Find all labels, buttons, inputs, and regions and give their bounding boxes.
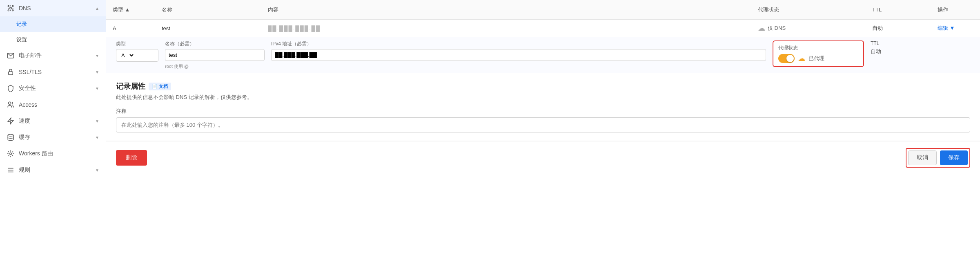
proxy-text: 已代理 [808, 55, 824, 62]
table-row: A test ██.███.███.██ ☁ 仅 DNS 自动 编辑 ▼ [106, 20, 980, 37]
svg-point-7 [9, 102, 11, 104]
toggle-knob [786, 55, 794, 62]
sidebar-rules-label: 规则 [19, 166, 91, 174]
sidebar-settings-label: 设置 [16, 36, 99, 43]
ip-input[interactable] [271, 49, 766, 61]
proxy-toggle[interactable] [778, 54, 795, 63]
sidebar-records-label: 记录 [16, 20, 99, 28]
sidebar-cache-label: 缓存 [19, 134, 91, 141]
sidebar-ssl-label: SSL/TLS [19, 69, 91, 75]
type-select[interactable]: A [116, 49, 135, 61]
svg-point-2 [12, 5, 13, 7]
sidebar-item-email[interactable]: 电子邮件 ▼ [0, 47, 106, 64]
sidebar-item-security[interactable]: 安全性 ▼ [0, 80, 106, 96]
name-input[interactable] [165, 49, 265, 61]
svg-point-1 [8, 5, 9, 7]
dns-chevron: ▲ [95, 6, 99, 11]
speed-chevron: ▼ [95, 119, 99, 123]
sidebar: DNS ▲ 记录 设置 电子邮件 ▼ SSL/TLS ▼ 安全性 ▼ Acces… [0, 0, 106, 258]
sidebar-dns-label: DNS [19, 5, 91, 11]
ip-label: IPv4 地址（必需） [271, 40, 766, 47]
sidebar-item-workers[interactable]: Workers 路由 [0, 146, 106, 162]
sidebar-workers-label: Workers 路由 [19, 150, 99, 157]
ttl-group: TTL 自动 [867, 40, 933, 55]
cloud-gray-icon: ☁ [758, 24, 765, 33]
cache-chevron: ▼ [95, 135, 99, 140]
right-buttons-group: 取消 保存 [906, 148, 970, 168]
row-type: A [106, 21, 155, 36]
lock-icon [7, 68, 15, 76]
name-group: 名称（必需） root 使用 @ [162, 40, 268, 70]
sidebar-security-label: 安全性 [19, 85, 91, 92]
security-chevron: ▼ [95, 86, 99, 91]
sidebar-speed-label: 速度 [19, 117, 91, 125]
speed-icon [7, 117, 15, 125]
access-icon [7, 101, 15, 109]
proxy-group: 代理状态 ☁ 已代理 [769, 40, 867, 67]
properties-desc: 此处提供的信息不会影响 DNS 记录的解析，仅供您参考。 [116, 94, 970, 101]
ttl-label: TTL [871, 40, 929, 46]
email-icon [7, 52, 15, 60]
email-chevron: ▼ [95, 54, 99, 58]
sidebar-item-settings[interactable]: 设置 [0, 32, 106, 47]
table-header: 类型 ▲ 名称 内容 代理状态 TTL 操作 [106, 0, 980, 20]
note-label: 注释 [116, 108, 970, 115]
edit-form-row: 类型 A 名称（必需） root 使用 @ IPv4 地址（必需） [106, 37, 980, 73]
cache-icon [7, 133, 15, 141]
sidebar-access-label: Access [19, 101, 99, 108]
sidebar-email-label: 电子邮件 [19, 52, 91, 59]
ssl-chevron: ▼ [95, 70, 99, 74]
main-content: 类型 ▲ 名称 内容 代理状态 TTL 操作 A test ██.███.███… [106, 0, 980, 258]
cancel-button[interactable]: 取消 [908, 150, 937, 165]
ttl-value: 自动 [871, 48, 929, 55]
svg-point-0 [10, 7, 12, 9]
type-select-wrapper: A [116, 49, 158, 62]
root-hint: root 使用 @ [165, 63, 265, 70]
col-name-header: 名称 [155, 2, 261, 18]
type-label: 类型 [116, 40, 158, 47]
note-input[interactable] [116, 117, 970, 132]
row-name: test [155, 21, 261, 36]
svg-rect-6 [9, 72, 13, 75]
cloud-orange-icon: ☁ [798, 54, 805, 63]
svg-point-9 [8, 135, 13, 137]
shield-icon [7, 84, 15, 92]
rules-chevron: ▼ [95, 168, 99, 173]
sidebar-item-speed[interactable]: 速度 ▼ [0, 113, 106, 129]
sidebar-item-records[interactable]: 记录 [0, 16, 106, 32]
sidebar-item-cache[interactable]: 缓存 ▼ [0, 129, 106, 146]
sidebar-item-rules[interactable]: 规则 ▼ [0, 162, 106, 178]
rules-icon [7, 166, 15, 174]
col-proxy-header: 代理状态 [751, 2, 866, 18]
action-section: 删除 取消 保存 [106, 141, 980, 174]
sidebar-item-ssl[interactable]: SSL/TLS ▼ [0, 64, 106, 80]
col-actions-header: 操作 [931, 2, 980, 18]
proxy-status-label: 代理状态 [778, 45, 858, 52]
dns-icon [7, 4, 15, 12]
edit-link[interactable]: 编辑 ▼ [938, 25, 955, 31]
row-ttl: 自动 [866, 20, 931, 36]
row-content: ██.███.███.██ [261, 21, 751, 36]
sidebar-item-access[interactable]: Access [0, 96, 106, 113]
save-button[interactable]: 保存 [940, 150, 968, 165]
type-group: 类型 A [113, 40, 162, 62]
properties-title: 记录属性 📄 文档 [116, 81, 970, 91]
row-action[interactable]: 编辑 ▼ [931, 20, 980, 36]
svg-point-4 [12, 10, 13, 11]
col-type-header[interactable]: 类型 ▲ [106, 2, 155, 18]
col-ttl-header: TTL [866, 2, 931, 17]
col-content-header: 内容 [261, 2, 751, 18]
svg-point-3 [8, 10, 9, 11]
name-label: 名称（必需） [165, 40, 265, 47]
proxy-box: 代理状态 ☁ 已代理 [773, 40, 864, 67]
row-proxy: ☁ 仅 DNS [751, 20, 866, 37]
sidebar-item-dns[interactable]: DNS ▲ [0, 0, 106, 16]
edit-grid: 类型 A 名称（必需） root 使用 @ IPv4 地址（必需） [106, 40, 980, 70]
svg-marker-8 [8, 118, 13, 124]
delete-button[interactable]: 删除 [116, 150, 147, 166]
svg-point-10 [10, 153, 12, 155]
workers-icon [7, 150, 15, 158]
ip-group: IPv4 地址（必需） [268, 40, 769, 61]
properties-section: 记录属性 📄 文档 此处提供的信息不会影响 DNS 记录的解析，仅供您参考。 注… [106, 73, 980, 141]
doc-badge[interactable]: 📄 文档 [149, 83, 171, 90]
